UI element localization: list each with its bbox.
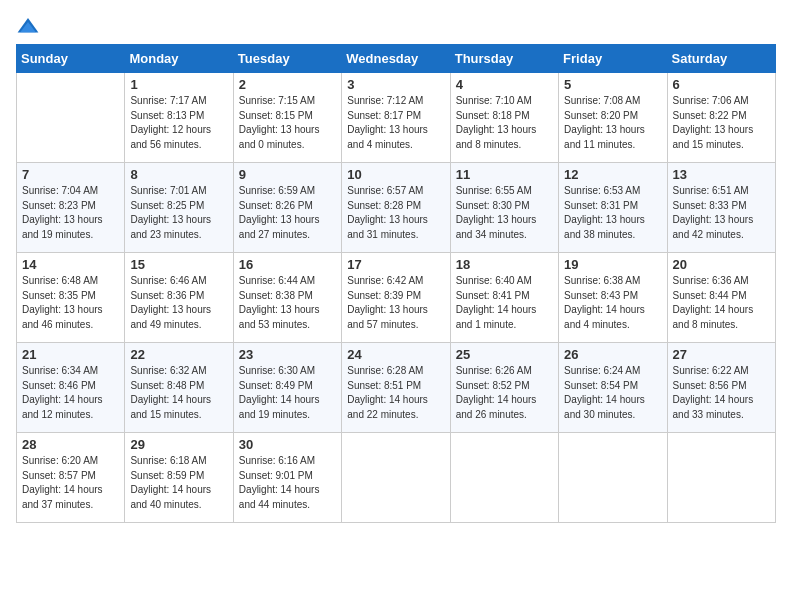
calendar-cell: 23Sunrise: 6:30 AM Sunset: 8:49 PM Dayli… xyxy=(233,343,341,433)
weekday-header-thursday: Thursday xyxy=(450,45,558,73)
calendar-cell: 2Sunrise: 7:15 AM Sunset: 8:15 PM Daylig… xyxy=(233,73,341,163)
calendar-cell: 8Sunrise: 7:01 AM Sunset: 8:25 PM Daylig… xyxy=(125,163,233,253)
calendar-body: 1Sunrise: 7:17 AM Sunset: 8:13 PM Daylig… xyxy=(17,73,776,523)
day-number: 23 xyxy=(239,347,336,362)
page-header xyxy=(16,16,776,36)
cell-info: Sunrise: 7:10 AM Sunset: 8:18 PM Dayligh… xyxy=(456,94,553,152)
cell-info: Sunrise: 6:53 AM Sunset: 8:31 PM Dayligh… xyxy=(564,184,661,242)
cell-info: Sunrise: 6:46 AM Sunset: 8:36 PM Dayligh… xyxy=(130,274,227,332)
calendar-cell xyxy=(667,433,775,523)
calendar-cell xyxy=(342,433,450,523)
cell-info: Sunrise: 6:59 AM Sunset: 8:26 PM Dayligh… xyxy=(239,184,336,242)
calendar-week-row: 7Sunrise: 7:04 AM Sunset: 8:23 PM Daylig… xyxy=(17,163,776,253)
day-number: 28 xyxy=(22,437,119,452)
cell-info: Sunrise: 6:34 AM Sunset: 8:46 PM Dayligh… xyxy=(22,364,119,422)
day-number: 16 xyxy=(239,257,336,272)
cell-info: Sunrise: 7:15 AM Sunset: 8:15 PM Dayligh… xyxy=(239,94,336,152)
cell-info: Sunrise: 6:38 AM Sunset: 8:43 PM Dayligh… xyxy=(564,274,661,332)
calendar-cell: 13Sunrise: 6:51 AM Sunset: 8:33 PM Dayli… xyxy=(667,163,775,253)
calendar-table: SundayMondayTuesdayWednesdayThursdayFrid… xyxy=(16,44,776,523)
calendar-cell: 25Sunrise: 6:26 AM Sunset: 8:52 PM Dayli… xyxy=(450,343,558,433)
cell-info: Sunrise: 6:57 AM Sunset: 8:28 PM Dayligh… xyxy=(347,184,444,242)
cell-info: Sunrise: 6:28 AM Sunset: 8:51 PM Dayligh… xyxy=(347,364,444,422)
calendar-cell xyxy=(17,73,125,163)
calendar-cell: 10Sunrise: 6:57 AM Sunset: 8:28 PM Dayli… xyxy=(342,163,450,253)
calendar-cell: 30Sunrise: 6:16 AM Sunset: 9:01 PM Dayli… xyxy=(233,433,341,523)
weekday-header-monday: Monday xyxy=(125,45,233,73)
calendar-cell: 26Sunrise: 6:24 AM Sunset: 8:54 PM Dayli… xyxy=(559,343,667,433)
calendar-cell: 3Sunrise: 7:12 AM Sunset: 8:17 PM Daylig… xyxy=(342,73,450,163)
cell-info: Sunrise: 6:55 AM Sunset: 8:30 PM Dayligh… xyxy=(456,184,553,242)
day-number: 8 xyxy=(130,167,227,182)
day-number: 14 xyxy=(22,257,119,272)
weekday-header-sunday: Sunday xyxy=(17,45,125,73)
day-number: 21 xyxy=(22,347,119,362)
cell-info: Sunrise: 6:48 AM Sunset: 8:35 PM Dayligh… xyxy=(22,274,119,332)
calendar-cell: 21Sunrise: 6:34 AM Sunset: 8:46 PM Dayli… xyxy=(17,343,125,433)
day-number: 26 xyxy=(564,347,661,362)
day-number: 6 xyxy=(673,77,770,92)
cell-info: Sunrise: 7:06 AM Sunset: 8:22 PM Dayligh… xyxy=(673,94,770,152)
day-number: 12 xyxy=(564,167,661,182)
calendar-cell: 7Sunrise: 7:04 AM Sunset: 8:23 PM Daylig… xyxy=(17,163,125,253)
calendar-cell: 12Sunrise: 6:53 AM Sunset: 8:31 PM Dayli… xyxy=(559,163,667,253)
calendar-cell: 27Sunrise: 6:22 AM Sunset: 8:56 PM Dayli… xyxy=(667,343,775,433)
calendar-cell: 29Sunrise: 6:18 AM Sunset: 8:59 PM Dayli… xyxy=(125,433,233,523)
cell-info: Sunrise: 6:51 AM Sunset: 8:33 PM Dayligh… xyxy=(673,184,770,242)
calendar-cell: 16Sunrise: 6:44 AM Sunset: 8:38 PM Dayli… xyxy=(233,253,341,343)
day-number: 3 xyxy=(347,77,444,92)
cell-info: Sunrise: 6:44 AM Sunset: 8:38 PM Dayligh… xyxy=(239,274,336,332)
cell-info: Sunrise: 6:26 AM Sunset: 8:52 PM Dayligh… xyxy=(456,364,553,422)
calendar-cell: 6Sunrise: 7:06 AM Sunset: 8:22 PM Daylig… xyxy=(667,73,775,163)
cell-info: Sunrise: 6:42 AM Sunset: 8:39 PM Dayligh… xyxy=(347,274,444,332)
cell-info: Sunrise: 6:36 AM Sunset: 8:44 PM Dayligh… xyxy=(673,274,770,332)
day-number: 24 xyxy=(347,347,444,362)
calendar-week-row: 1Sunrise: 7:17 AM Sunset: 8:13 PM Daylig… xyxy=(17,73,776,163)
cell-info: Sunrise: 6:32 AM Sunset: 8:48 PM Dayligh… xyxy=(130,364,227,422)
calendar-cell: 22Sunrise: 6:32 AM Sunset: 8:48 PM Dayli… xyxy=(125,343,233,433)
day-number: 4 xyxy=(456,77,553,92)
day-number: 22 xyxy=(130,347,227,362)
calendar-cell: 17Sunrise: 6:42 AM Sunset: 8:39 PM Dayli… xyxy=(342,253,450,343)
day-number: 30 xyxy=(239,437,336,452)
logo xyxy=(16,16,44,36)
day-number: 7 xyxy=(22,167,119,182)
day-number: 13 xyxy=(673,167,770,182)
day-number: 15 xyxy=(130,257,227,272)
calendar-cell: 19Sunrise: 6:38 AM Sunset: 8:43 PM Dayli… xyxy=(559,253,667,343)
day-number: 10 xyxy=(347,167,444,182)
cell-info: Sunrise: 6:40 AM Sunset: 8:41 PM Dayligh… xyxy=(456,274,553,332)
day-number: 9 xyxy=(239,167,336,182)
calendar-cell: 14Sunrise: 6:48 AM Sunset: 8:35 PM Dayli… xyxy=(17,253,125,343)
calendar-cell: 15Sunrise: 6:46 AM Sunset: 8:36 PM Dayli… xyxy=(125,253,233,343)
day-number: 20 xyxy=(673,257,770,272)
day-number: 25 xyxy=(456,347,553,362)
calendar-cell: 24Sunrise: 6:28 AM Sunset: 8:51 PM Dayli… xyxy=(342,343,450,433)
calendar-week-row: 14Sunrise: 6:48 AM Sunset: 8:35 PM Dayli… xyxy=(17,253,776,343)
calendar-cell: 11Sunrise: 6:55 AM Sunset: 8:30 PM Dayli… xyxy=(450,163,558,253)
day-number: 5 xyxy=(564,77,661,92)
day-number: 18 xyxy=(456,257,553,272)
cell-info: Sunrise: 7:08 AM Sunset: 8:20 PM Dayligh… xyxy=(564,94,661,152)
calendar-cell: 18Sunrise: 6:40 AM Sunset: 8:41 PM Dayli… xyxy=(450,253,558,343)
cell-info: Sunrise: 6:16 AM Sunset: 9:01 PM Dayligh… xyxy=(239,454,336,512)
day-number: 29 xyxy=(130,437,227,452)
cell-info: Sunrise: 6:30 AM Sunset: 8:49 PM Dayligh… xyxy=(239,364,336,422)
cell-info: Sunrise: 6:22 AM Sunset: 8:56 PM Dayligh… xyxy=(673,364,770,422)
calendar-cell xyxy=(559,433,667,523)
calendar-cell: 20Sunrise: 6:36 AM Sunset: 8:44 PM Dayli… xyxy=(667,253,775,343)
day-number: 2 xyxy=(239,77,336,92)
calendar-cell: 28Sunrise: 6:20 AM Sunset: 8:57 PM Dayli… xyxy=(17,433,125,523)
weekday-header-tuesday: Tuesday xyxy=(233,45,341,73)
calendar-week-row: 28Sunrise: 6:20 AM Sunset: 8:57 PM Dayli… xyxy=(17,433,776,523)
calendar-cell: 9Sunrise: 6:59 AM Sunset: 8:26 PM Daylig… xyxy=(233,163,341,253)
calendar-cell xyxy=(450,433,558,523)
calendar-cell: 5Sunrise: 7:08 AM Sunset: 8:20 PM Daylig… xyxy=(559,73,667,163)
cell-info: Sunrise: 6:20 AM Sunset: 8:57 PM Dayligh… xyxy=(22,454,119,512)
logo-icon xyxy=(16,16,40,36)
cell-info: Sunrise: 6:24 AM Sunset: 8:54 PM Dayligh… xyxy=(564,364,661,422)
cell-info: Sunrise: 6:18 AM Sunset: 8:59 PM Dayligh… xyxy=(130,454,227,512)
day-number: 17 xyxy=(347,257,444,272)
calendar-cell: 4Sunrise: 7:10 AM Sunset: 8:18 PM Daylig… xyxy=(450,73,558,163)
day-number: 11 xyxy=(456,167,553,182)
